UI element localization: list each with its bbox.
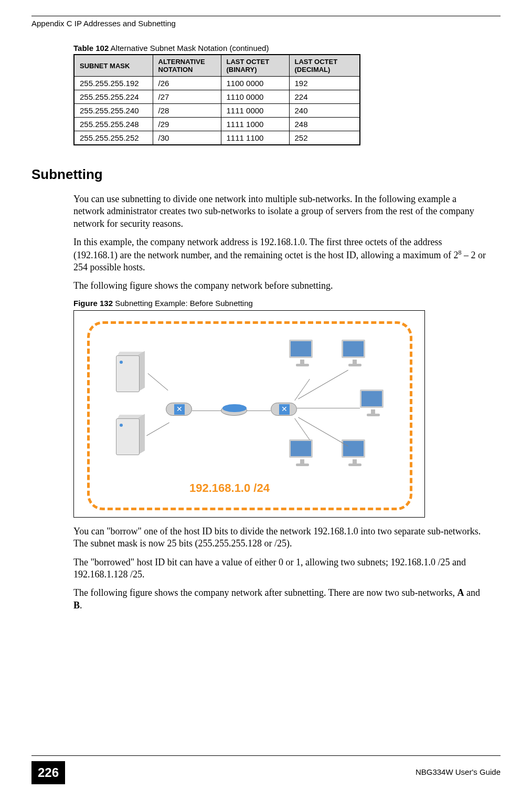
table-cell: 255.255.255.192 bbox=[74, 77, 153, 90]
paragraph-text: . bbox=[80, 600, 82, 610]
table-cell: 1111 1100 bbox=[221, 131, 289, 145]
paragraph: The "borrowed" host ID bit can have a va… bbox=[73, 556, 488, 581]
monitor-icon bbox=[342, 340, 370, 369]
network-diagram: ✕ ✕ bbox=[73, 310, 425, 518]
table-cell: 1110 0000 bbox=[221, 90, 289, 104]
table-header: SUBNET MASK bbox=[74, 55, 153, 77]
table-cell: /29 bbox=[153, 118, 221, 131]
paragraph-text: and bbox=[464, 587, 481, 598]
table-cell: /30 bbox=[153, 131, 221, 145]
network-address-label: 192.168.1.0 /24 bbox=[189, 481, 270, 495]
network-label-b: B bbox=[73, 600, 80, 610]
table-cell: 252 bbox=[289, 131, 360, 145]
switch-icon: ✕ bbox=[166, 403, 192, 416]
table-cell: 240 bbox=[289, 104, 360, 118]
table-cell: 255.255.255.224 bbox=[74, 90, 153, 104]
switch-icon: ✕ bbox=[271, 403, 297, 416]
table-cell: /27 bbox=[153, 90, 221, 104]
paragraph: You can use subnetting to divide one net… bbox=[73, 193, 488, 230]
paragraph: In this example, the company network add… bbox=[73, 236, 488, 273]
figure-number: Figure 132 bbox=[73, 299, 113, 308]
monitor-icon bbox=[289, 439, 318, 468]
appendix-header: Appendix C IP Addresses and Subnetting bbox=[31, 19, 501, 28]
table-title: Alternative Subnet Mask Notation (contin… bbox=[109, 44, 269, 52]
table-header: LAST OCTET (DECIMAL) bbox=[289, 55, 360, 77]
guide-title: NBG334W User's Guide bbox=[416, 767, 501, 776]
server-icon bbox=[113, 413, 145, 460]
table-caption: Table 102 Alternative Subnet Mask Notati… bbox=[73, 44, 501, 52]
figure-title: Subnetting Example: Before Subnetting bbox=[113, 299, 253, 308]
monitor-icon bbox=[342, 439, 370, 468]
figure-caption: Figure 132 Subnetting Example: Before Su… bbox=[73, 299, 501, 308]
table-cell: /28 bbox=[153, 104, 221, 118]
table-cell: 255.255.255.240 bbox=[74, 104, 153, 118]
paragraph: You can "borrow" one of the host ID bits… bbox=[73, 525, 488, 550]
section-heading: Subnetting bbox=[31, 166, 501, 183]
server-icon bbox=[113, 350, 145, 397]
table-number: Table 102 bbox=[73, 44, 109, 52]
table-row: 255.255.255.224 /27 1110 0000 224 bbox=[74, 90, 360, 104]
table-row: 255.255.255.248 /29 1111 1000 248 bbox=[74, 118, 360, 131]
page-number: 226 bbox=[31, 761, 65, 784]
table-row: 255.255.255.252 /30 1111 1100 252 bbox=[74, 131, 360, 145]
connection-line bbox=[297, 408, 360, 408]
router-icon bbox=[221, 405, 247, 416]
table-cell: 248 bbox=[289, 118, 360, 131]
network-label-a: A bbox=[457, 587, 464, 598]
subnet-mask-table: SUBNET MASK ALTERNATIVE NOTATION LAST OC… bbox=[73, 54, 360, 145]
table-cell: 255.255.255.252 bbox=[74, 131, 153, 145]
monitor-icon bbox=[289, 340, 318, 369]
table-cell: 255.255.255.248 bbox=[74, 118, 153, 131]
table-cell: 192 bbox=[289, 77, 360, 90]
table-header: LAST OCTET (BINARY) bbox=[221, 55, 289, 77]
table-header: ALTERNATIVE NOTATION bbox=[153, 55, 221, 77]
paragraph: The following figure shows the company n… bbox=[73, 587, 488, 612]
table-cell: 224 bbox=[289, 90, 360, 104]
table-cell: 1111 1000 bbox=[221, 118, 289, 131]
table-row: 255.255.255.192 /26 1100 0000 192 bbox=[74, 77, 360, 90]
connection-line bbox=[247, 410, 271, 411]
table-cell: 1111 0000 bbox=[221, 104, 289, 118]
paragraph: The following figure shows the company n… bbox=[73, 280, 488, 292]
table-row: 255.255.255.240 /28 1111 0000 240 bbox=[74, 104, 360, 118]
table-cell: /26 bbox=[153, 77, 221, 90]
monitor-icon bbox=[360, 390, 389, 418]
connection-line bbox=[192, 410, 221, 411]
paragraph-text: In this example, the company network add… bbox=[73, 237, 459, 260]
table-cell: 1100 0000 bbox=[221, 77, 289, 90]
paragraph-text: The following figure shows the company n… bbox=[73, 587, 457, 598]
